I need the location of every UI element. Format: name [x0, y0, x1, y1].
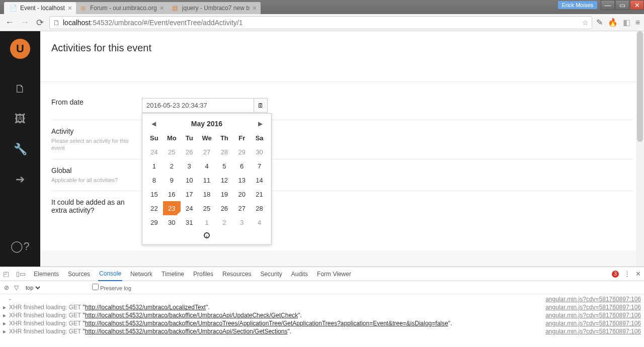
devtools-tab-console[interactable]: Console	[98, 267, 122, 281]
console-log-line[interactable]: ▸XHR finished loading: GET "http://local…	[3, 319, 641, 327]
datepicker-day[interactable]: 24	[145, 145, 163, 159]
window-minimize-button[interactable]: —	[601, 0, 615, 10]
url-input[interactable]: 🗋 localhost:54532/umbraco/#/Event/eventT…	[49, 16, 592, 29]
datepicker-day[interactable]: 25	[163, 145, 181, 159]
datepicker-day[interactable]: 29	[145, 215, 163, 229]
browser-tab-active[interactable]: 📄 Event - localhost ×	[4, 2, 76, 14]
error-count-icon[interactable]: 3	[612, 271, 619, 278]
console-log-line[interactable]: ▸XHR finished loading: GET "http://local…	[3, 303, 641, 311]
inspect-icon[interactable]: ◰	[3, 270, 9, 278]
datepicker-day[interactable]: 22	[145, 201, 163, 215]
datepicker-day[interactable]: 7	[251, 159, 268, 173]
chrome-user-badge[interactable]: Erick Moises	[558, 1, 597, 9]
forward-button[interactable]: →	[19, 17, 30, 28]
tab-close-icon[interactable]: ×	[68, 4, 72, 12]
devtools-tab-sources[interactable]: Sources	[67, 267, 91, 281]
prev-month-button[interactable]: ◀	[148, 120, 158, 127]
datepicker-day[interactable]: 17	[181, 187, 198, 201]
datepicker-day[interactable]: 4	[251, 215, 268, 229]
datepicker-day[interactable]: 30	[163, 215, 181, 229]
extension-icon[interactable]: ◧	[623, 18, 630, 27]
devtools-tab-security[interactable]: Security	[259, 267, 283, 281]
datepicker-day[interactable]: 14	[251, 173, 268, 187]
datepicker-day[interactable]: 3	[233, 215, 251, 229]
next-month-button[interactable]: ▶	[255, 120, 265, 127]
section-content-icon[interactable]: 🗋	[0, 74, 40, 104]
datepicker-day[interactable]: 15	[145, 187, 163, 201]
preserve-log-checkbox[interactable]: Preserve log	[92, 284, 131, 291]
datepicker-day[interactable]: 9	[163, 173, 181, 187]
datepicker-day[interactable]: 11	[198, 173, 216, 187]
pen-extension-icon[interactable]: ✎	[596, 18, 603, 27]
window-close-button[interactable]: ✕	[630, 0, 644, 10]
devtools-close-icon[interactable]: ✕	[635, 270, 641, 278]
fire-extension-icon[interactable]: 🔥	[608, 18, 618, 27]
datepicker-day[interactable]: 3	[181, 159, 198, 173]
datepicker-day[interactable]: 30	[251, 145, 268, 159]
devtools-tab-elements[interactable]: Elements	[33, 267, 60, 281]
datepicker-day[interactable]: 12	[215, 173, 233, 187]
section-media-icon[interactable]: 🖼	[0, 104, 40, 134]
filter-icon[interactable]: ▽	[14, 284, 19, 291]
section-arrow-icon[interactable]: ➔	[0, 164, 40, 195]
section-settings-icon[interactable]: 🔧	[0, 134, 40, 164]
tab-close-icon[interactable]: ×	[160, 4, 164, 12]
datepicker-day[interactable]: 16	[163, 187, 181, 201]
chrome-menu-icon[interactable]: ≡	[635, 18, 640, 27]
datepicker-day[interactable]: 2	[163, 159, 181, 173]
datepicker-day[interactable]: 19	[215, 187, 233, 201]
devtools-tab-profiles[interactable]: Profiles	[192, 267, 214, 281]
clear-console-icon[interactable]: ⊘	[4, 284, 9, 291]
browser-tab[interactable]: ▤ jquery - Umbraco7 new b ×	[166, 2, 261, 14]
console-log-line[interactable]: ▸XHR finished loading: GET "http://local…	[3, 311, 641, 319]
devtools-panel: ◰ ▯▭ ElementsSourcesConsoleNetworkTimeli…	[0, 267, 644, 347]
from-date-input[interactable]	[142, 98, 254, 113]
datepicker-day[interactable]: 27	[233, 201, 251, 215]
datepicker-day[interactable]: 26	[215, 201, 233, 215]
datepicker-day[interactable]: 23	[163, 201, 181, 215]
datepicker-day[interactable]: 6	[233, 159, 251, 173]
activity-hint: Please select an activity for this event	[51, 137, 132, 152]
datepicker-month[interactable]: May 2016	[191, 120, 222, 128]
time-picker-toggle-icon[interactable]	[204, 232, 210, 238]
datepicker-day[interactable]: 1	[145, 159, 163, 173]
bookmark-star-icon[interactable]: ☆	[582, 19, 589, 27]
console-log-line[interactable]: ▸XHR finished loading: GET "http://local…	[3, 327, 641, 335]
datepicker-day[interactable]: 1	[198, 215, 216, 229]
datepicker-day[interactable]: 10	[181, 173, 198, 187]
datepicker-day[interactable]: 18	[198, 187, 216, 201]
datepicker-day[interactable]: 8	[145, 173, 163, 187]
calendar-toggle-button[interactable]: 🗓	[254, 98, 268, 113]
datepicker-day[interactable]: 26	[181, 145, 198, 159]
datepicker-day[interactable]: 5	[215, 159, 233, 173]
back-button[interactable]: ←	[4, 17, 15, 28]
help-icon[interactable]: ◯?	[0, 231, 40, 262]
datepicker-day[interactable]: 28	[251, 201, 268, 215]
window-maximize-button[interactable]: ▭	[615, 0, 629, 10]
devtools-tab-audits[interactable]: Audits	[290, 267, 309, 281]
datepicker-dow: Th	[215, 131, 233, 145]
umbraco-logo-icon[interactable]: U	[10, 39, 30, 59]
datepicker-day[interactable]: 27	[198, 145, 216, 159]
datepicker-day[interactable]: 2	[215, 215, 233, 229]
tab-close-icon[interactable]: ×	[253, 4, 257, 12]
datepicker-day[interactable]: 21	[251, 187, 268, 201]
datepicker-day[interactable]: 4	[198, 159, 216, 173]
datepicker-day[interactable]: 28	[215, 145, 233, 159]
devtools-tab-form-viewer[interactable]: Form Viewer	[316, 267, 352, 281]
reload-button[interactable]: ⟳	[34, 17, 45, 28]
context-selector[interactable]: top	[24, 284, 42, 291]
devtools-tab-timeline[interactable]: Timeline	[160, 267, 185, 281]
scrollbar[interactable]	[636, 31, 644, 267]
datepicker-day[interactable]: 25	[198, 201, 216, 215]
datepicker-day[interactable]: 24	[181, 201, 198, 215]
datepicker-day[interactable]: 29	[233, 145, 251, 159]
datepicker-day[interactable]: 31	[181, 215, 198, 229]
datepicker-day[interactable]: 20	[233, 187, 251, 201]
device-toggle-icon[interactable]: ▯▭	[16, 270, 26, 278]
devtools-menu-icon[interactable]: ⋮	[624, 270, 630, 278]
devtools-tab-resources[interactable]: Resources	[221, 267, 252, 281]
browser-tab[interactable]: ◎ Forum - our.umbraco.org ×	[74, 2, 168, 14]
devtools-tab-network[interactable]: Network	[129, 267, 153, 281]
datepicker-day[interactable]: 13	[233, 173, 251, 187]
